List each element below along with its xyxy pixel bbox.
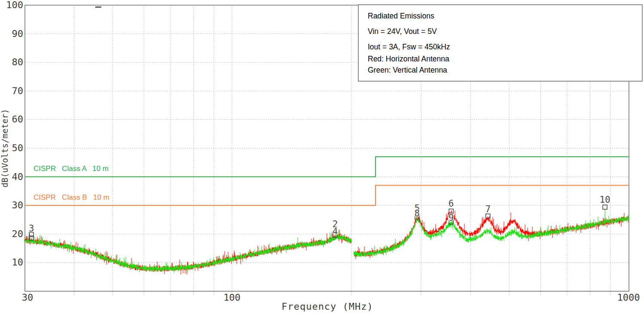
cispr-class-b-label: CISPR Class B 10 m — [34, 193, 110, 202]
x-axis-title: Frequency (MHz) — [281, 301, 373, 312]
y-axis-title: dB(uVolts/meter) — [0, 109, 9, 187]
y-tick-10: 10 — [12, 257, 24, 268]
y-tick-70: 70 — [12, 85, 24, 96]
y-tick-80: 80 — [12, 57, 24, 67]
y-tick-100: 100 — [6, 0, 23, 10]
y-tick-90: 90 — [12, 28, 24, 39]
y-tick-30: 30 — [12, 200, 24, 210]
y-tick-50: 50 — [12, 143, 24, 153]
x-tick-1000: 1000 — [617, 292, 640, 303]
marker-label-9: 9 — [449, 213, 454, 223]
marker-label-4: 4 — [333, 226, 338, 237]
radiated-emissions-chart: 3245869710102030405060708090100301001000… — [0, 0, 644, 314]
clipped-marker-dash — [95, 6, 101, 8]
y-tick-20: 20 — [12, 229, 24, 239]
marker-label-10: 10 — [599, 195, 610, 205]
legend-box: Radiated Emissions Vin = 24V, Vout = 5V … — [358, 4, 643, 82]
marker-label-7: 7 — [485, 204, 491, 214]
legend-line-green-antenna: Green: Vertical Antenna — [368, 66, 642, 75]
legend-line-iout-fsw: Iout = 3A, Fsw = 450kHz — [368, 43, 642, 52]
legend-title: Radiated Emissions — [368, 12, 642, 21]
legend-line-vin-vout: Vin = 24V, Vout = 5V — [368, 27, 642, 36]
marker-label-3: 3 — [29, 223, 34, 234]
y-tick-40: 40 — [12, 171, 24, 182]
legend-line-red-antenna: Red: Horizontal Antenna — [368, 55, 642, 64]
x-tick-30: 30 — [22, 292, 34, 303]
marker-label-6: 6 — [449, 198, 454, 209]
marker-label-8: 8 — [415, 208, 420, 219]
x-tick-100: 100 — [223, 292, 241, 303]
cispr-class-a-label: CISPR Class A 10 m — [34, 165, 109, 173]
y-tick-60: 60 — [12, 114, 24, 125]
